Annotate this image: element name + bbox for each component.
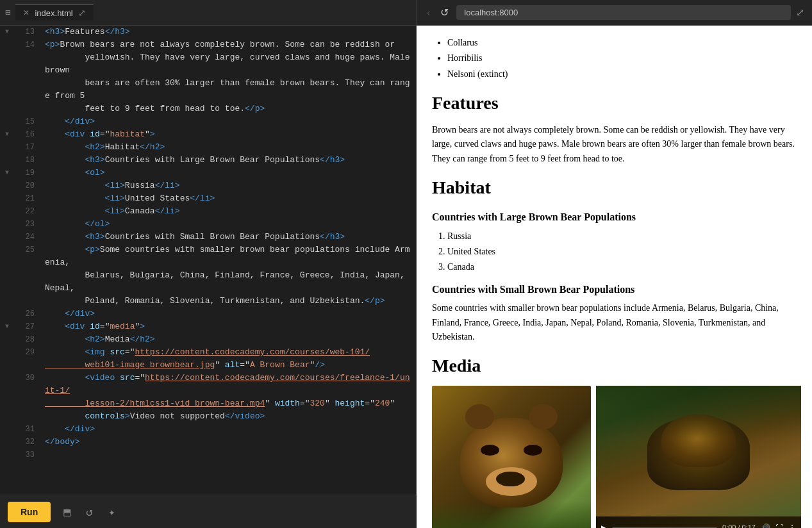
volume-icon[interactable]: 🔊 (761, 522, 770, 528)
features-text: Brown bears are not always completely br… (432, 123, 797, 166)
code-line-33: 33 (0, 449, 416, 461)
code-line-26: 26 </div> (0, 308, 416, 320)
play-button[interactable]: ▶ (601, 522, 607, 528)
save-icon[interactable]: ⬒ (61, 502, 73, 522)
small-populations-heading: Countries with Small Brown Bear Populati… (432, 281, 797, 298)
video-time: 0:00 / 0:17 (722, 522, 756, 528)
large-pop-russia: Russia (447, 229, 797, 243)
tab-label: index.html (35, 8, 72, 18)
habitat-heading: Habitat (432, 174, 797, 202)
subspecies-horribilis: Horribilis (447, 51, 797, 65)
back-button[interactable]: ‹ (424, 4, 433, 21)
video-container[interactable]: ▶ 0:00 / 0:17 🔊 ⛶ ⋮ (596, 386, 801, 528)
code-line-18: 18 <h3>Countries with Large Brown Bear P… (0, 154, 416, 167)
code-line-28: 28 <h2>Media</h2> (0, 333, 416, 346)
run-button[interactable]: Run (8, 502, 51, 522)
code-line-22: 22 <li>Canada</li> (0, 205, 416, 218)
fold-26 (5, 308, 14, 320)
browser-tab-area: ‹ ↺ localhost:8000 ⤢ (417, 0, 812, 25)
fold-22 (5, 205, 14, 218)
preview-content: Collarus Horribilis Nelsoni (extinct) Fe… (432, 36, 797, 528)
refresh-button[interactable]: ↺ (438, 4, 451, 21)
code-line-21: 21 <li>United States</li> (0, 192, 416, 205)
editor-tab-area: ⊞ ✕ index.html ⤢ (0, 0, 417, 25)
fold-29 (5, 346, 14, 359)
address-bar[interactable]: localhost:8000 (456, 5, 791, 20)
subspecies-nelsoni: Nelsoni (extinct) (447, 67, 797, 81)
fold-32 (5, 436, 14, 449)
large-pop-us: United States (447, 245, 797, 259)
fold-25 (5, 243, 14, 256)
bear-image (432, 386, 591, 528)
large-pop-canada: Canada (447, 260, 797, 274)
code-line-32: 32 </body> (0, 436, 416, 449)
fold-31 (5, 423, 14, 436)
expand-browser-icon[interactable]: ⤢ (796, 6, 804, 19)
close-tab-icon[interactable]: ✕ (23, 8, 29, 17)
code-line-15: 15 </div> (0, 115, 416, 128)
main-content: ▼ 13 <h3>Features</h3> 14 <p>Brown bears… (0, 26, 812, 528)
video-controls: ▶ 0:00 / 0:17 🔊 ⛶ ⋮ (596, 516, 801, 528)
code-line-27: ▼ 27 <div id="media"> (0, 320, 416, 333)
large-populations-heading: Countries with Large Brown Bear Populati… (432, 209, 797, 226)
code-line-23: 23 </ol> (0, 218, 416, 231)
small-populations-text: Some countries with smaller brown bear p… (432, 301, 797, 344)
fold-13[interactable]: ▼ (5, 26, 14, 38)
fullscreen-icon[interactable]: ⛶ (775, 522, 783, 528)
code-line-30: 30 <video src="https://content.codecadem… (0, 372, 416, 423)
code-line-31: 31 </div> (0, 423, 416, 436)
fold-14 (5, 38, 14, 51)
fold-20 (5, 179, 14, 192)
features-heading: Features (432, 89, 797, 118)
browser-preview: Collarus Horribilis Nelsoni (extinct) Fe… (417, 26, 812, 528)
code-line-13: ▼ 13 <h3>Features</h3> (0, 26, 416, 38)
fold-30 (5, 372, 14, 384)
fold-19[interactable]: ▼ (5, 167, 14, 179)
code-line-19: ▼ 19 <ol> (0, 167, 416, 179)
top-bar: ⊞ ✕ index.html ⤢ ‹ ↺ localhost:8000 ⤢ (0, 0, 812, 26)
code-line-24: 24 <h3>Countries with Small Brown Bear P… (0, 231, 416, 243)
bottom-toolbar: Run ⬒ ↺ ✦ (0, 495, 417, 528)
expand-editor-icon[interactable]: ⤢ (78, 8, 86, 18)
video-main (596, 386, 801, 516)
fold-33 (5, 449, 14, 461)
fold-27[interactable]: ▼ (5, 320, 14, 333)
fold-24 (5, 231, 14, 243)
subspecies-collarus: Collarus (447, 36, 797, 50)
editor-tab[interactable]: ✕ index.html ⤢ (15, 4, 93, 21)
settings-icon[interactable]: ✦ (106, 502, 118, 522)
more-options-icon[interactable]: ⋮ (788, 522, 796, 528)
fold-23 (5, 218, 14, 231)
fold-21 (5, 192, 14, 205)
code-line-29: 29 <img src="https://content.codecademy.… (0, 346, 416, 372)
code-line-14: 14 <p>Brown bears are not always complet… (0, 38, 416, 115)
code-line-25: 25 <p>Some countries with smaller brown … (0, 243, 416, 308)
fold-18 (5, 154, 14, 167)
files-icon[interactable]: ⊞ (5, 7, 10, 18)
fold-28 (5, 333, 14, 346)
code-line-20: 20 <li>Russia</li> (0, 179, 416, 192)
media-heading: Media (432, 352, 797, 381)
fold-17 (5, 141, 14, 154)
large-populations-list: Russia United States Canada (447, 229, 797, 275)
reset-icon[interactable]: ↺ (83, 502, 95, 522)
media-row: ▶ 0:00 / 0:17 🔊 ⛶ ⋮ (432, 386, 797, 528)
fold-16[interactable]: ▼ (5, 128, 14, 141)
code-editor[interactable]: ▼ 13 <h3>Features</h3> 14 <p>Brown bears… (0, 26, 417, 528)
fold-15 (5, 115, 14, 128)
code-line-16: ▼ 16 <div id="habitat"> (0, 128, 416, 141)
code-line-17: 17 <h2>Habitat</h2> (0, 141, 416, 154)
subspecies-list: Collarus Horribilis Nelsoni (extinct) (447, 36, 797, 81)
